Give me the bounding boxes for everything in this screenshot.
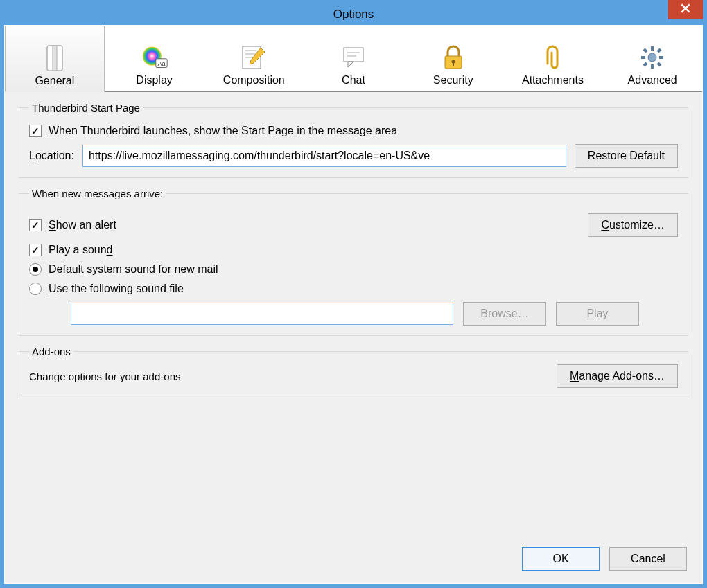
startpage-show-checkbox[interactable]: [29, 125, 42, 137]
startpage-show-label[interactable]: When Thunderbird launches, show the Star…: [49, 125, 397, 137]
tab-security[interactable]: Security: [403, 26, 503, 91]
customize-alert-button[interactable]: Customize…: [588, 213, 678, 237]
svg-rect-16: [453, 62, 454, 66]
category-tabbar: General Aa Display: [5, 26, 702, 92]
tab-composition-label: Composition: [223, 74, 285, 87]
tab-attachments[interactable]: Attachments: [503, 26, 603, 91]
play-sound-button[interactable]: Play: [556, 302, 639, 326]
advanced-icon: [638, 44, 666, 71]
security-icon: [439, 44, 467, 71]
svg-rect-1: [53, 46, 57, 71]
dialog-body: General Aa Display: [4, 25, 703, 584]
ok-button[interactable]: OK: [522, 547, 600, 571]
addons-group: Add-ons Change options for your add-ons …: [19, 346, 688, 398]
display-icon: Aa: [141, 44, 168, 71]
addons-description: Change options for your add-ons: [29, 371, 180, 382]
manage-addons-button[interactable]: Manage Add-ons…: [557, 364, 678, 388]
tab-attachments-label: Attachments: [522, 74, 584, 87]
tab-display[interactable]: Aa Display: [105, 26, 204, 91]
tab-advanced-label: Advanced: [628, 74, 677, 87]
tab-chat[interactable]: Chat: [304, 26, 403, 91]
tab-advanced[interactable]: Advanced: [602, 26, 702, 91]
svg-marker-11: [348, 62, 354, 67]
custom-sound-label[interactable]: Use the following sound file: [49, 283, 184, 295]
cancel-button[interactable]: Cancel: [609, 547, 687, 571]
chat-icon: [340, 44, 367, 71]
svg-line-24: [658, 49, 661, 52]
show-alert-checkbox[interactable]: [29, 219, 42, 231]
show-alert-label[interactable]: Show an alert: [49, 219, 116, 231]
tab-chat-label: Chat: [342, 74, 365, 87]
attachments-icon: [539, 44, 566, 71]
general-panel: Thunderbird Start Page When Thunderbird …: [5, 92, 702, 418]
newmessages-group: When new messages arrive: Show an alert …: [19, 188, 688, 336]
sound-file-input[interactable]: [71, 303, 453, 325]
svg-rect-10: [344, 48, 363, 62]
general-icon: [41, 44, 69, 72]
window-title: Options: [333, 8, 374, 21]
startpage-group: Thunderbird Start Page When Thunderbird …: [19, 102, 688, 178]
close-icon: [681, 3, 690, 16]
composition-icon: [240, 44, 268, 71]
play-sound-checkbox[interactable]: [29, 244, 42, 256]
dialog-footer: OK Cancel: [522, 547, 687, 571]
play-sound-label[interactable]: Play a sound: [49, 244, 113, 256]
browse-sound-button[interactable]: Browse…: [463, 302, 546, 326]
restore-default-button[interactable]: Restore Default: [575, 144, 678, 168]
tab-display-label: Display: [136, 74, 172, 87]
addons-legend: Add-ons: [29, 346, 73, 357]
default-sound-label[interactable]: Default system sound for new mail: [49, 263, 218, 276]
tab-composition[interactable]: Composition: [204, 26, 304, 91]
svg-point-17: [648, 53, 656, 62]
options-window: Options General: [0, 0, 707, 588]
svg-line-23: [658, 63, 661, 66]
svg-line-22: [644, 49, 647, 52]
tab-general[interactable]: General: [5, 26, 105, 92]
startpage-location-input[interactable]: [82, 145, 566, 167]
tab-general-label: General: [35, 75, 74, 87]
tab-security-label: Security: [433, 74, 473, 87]
svg-text:Aa: Aa: [157, 60, 166, 67]
titlebar: Options: [4, 4, 703, 25]
custom-sound-radio[interactable]: [29, 283, 42, 295]
startpage-legend: Thunderbird Start Page: [29, 102, 143, 114]
window-close-button[interactable]: [668, 0, 703, 19]
newmessages-legend: When new messages arrive:: [29, 188, 166, 199]
svg-line-25: [644, 63, 647, 66]
default-sound-radio[interactable]: [29, 263, 42, 276]
startpage-location-label: Location:: [29, 150, 74, 162]
